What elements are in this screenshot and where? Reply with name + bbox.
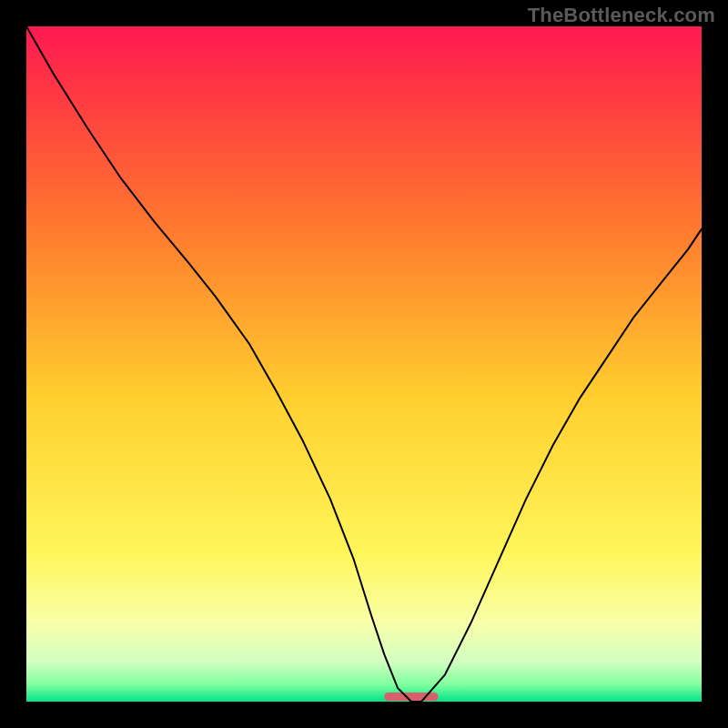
chart-frame: TheBottleneck.com bbox=[0, 0, 728, 728]
plot-area bbox=[26, 26, 702, 702]
bottleneck-plot-svg bbox=[26, 26, 702, 702]
watermark-text: TheBottleneck.com bbox=[528, 4, 715, 27]
optimal-marker bbox=[384, 693, 438, 701]
gradient-background bbox=[26, 26, 702, 702]
